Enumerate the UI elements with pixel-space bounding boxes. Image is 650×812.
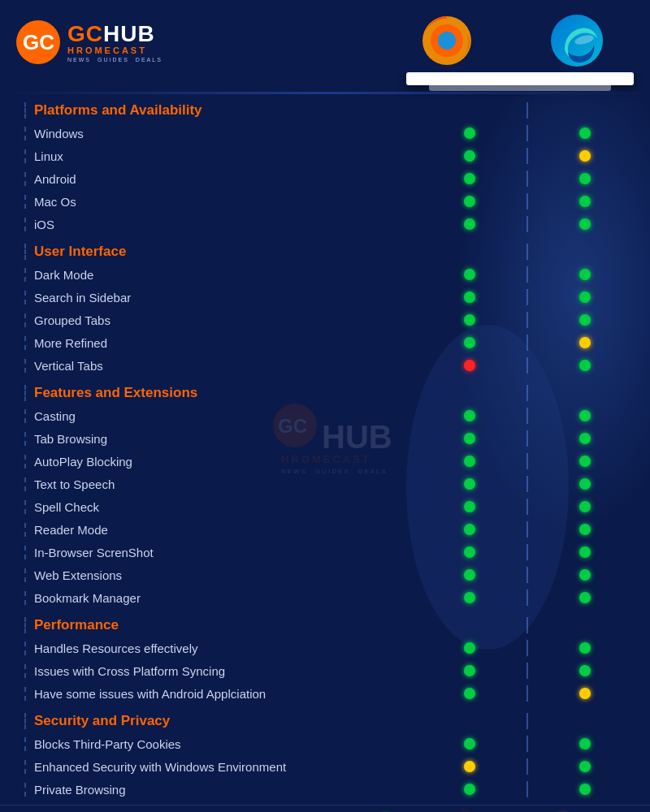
row-android: Android bbox=[0, 167, 650, 190]
dot-edge-tab-browsing bbox=[579, 433, 591, 444]
col-divider-features bbox=[526, 385, 528, 401]
dot-ff-reader-mode bbox=[464, 524, 475, 535]
category-ui: User Interface bbox=[0, 235, 650, 263]
label-grouped-tabs: Grouped Tabs bbox=[24, 313, 421, 327]
label-tab-browsing: Tab Browsing bbox=[24, 432, 421, 446]
logo-sub-deals: DEALS bbox=[136, 57, 162, 63]
dot-ff-linux bbox=[464, 150, 475, 162]
dot-ff-private-browsing bbox=[464, 784, 475, 795]
row-vertical-tabs: Vertical Tabs bbox=[0, 354, 650, 377]
dot-ff-screenshot bbox=[464, 546, 475, 558]
edge-ios bbox=[536, 218, 634, 230]
divider-grouped-tabs bbox=[526, 312, 528, 328]
dot-edge-android bbox=[579, 173, 591, 184]
ff-screenshot bbox=[421, 546, 518, 558]
ff-bookmark bbox=[421, 592, 518, 603]
label-reader-mode: Reader Mode bbox=[24, 523, 421, 537]
row-android-issues: Have some issues with Android Applciatio… bbox=[0, 682, 650, 705]
ff-ios bbox=[421, 218, 518, 230]
dot-edge-enhanced-security bbox=[579, 761, 591, 772]
logo-main-text: GCHUB bbox=[67, 23, 162, 45]
edge-icon bbox=[548, 12, 605, 69]
dot-edge-more-refined bbox=[579, 337, 591, 348]
dot-ff-ios bbox=[464, 218, 475, 230]
ff-darkmode bbox=[421, 269, 518, 280]
dot-edge-vertical-tabs bbox=[579, 360, 591, 371]
edge-android bbox=[536, 173, 634, 184]
ff-enhanced-security bbox=[421, 761, 518, 772]
dot-ff-android-issues bbox=[464, 688, 475, 699]
row-screenshot: In-Browser ScrenShot bbox=[0, 541, 650, 564]
label-android-issues: Have some issues with Android Applciatio… bbox=[24, 687, 421, 701]
dot-ff-tts bbox=[464, 478, 475, 490]
row-macos: Mac Os bbox=[0, 190, 650, 213]
label-bookmark: Bookmark Manager bbox=[24, 591, 421, 605]
edge-cross-platform bbox=[536, 665, 634, 676]
dot-edge-cross-platform bbox=[579, 665, 591, 676]
divider-screenshot bbox=[526, 544, 528, 560]
label-cookies: Blocks Third-Party Cookies bbox=[24, 737, 421, 751]
dot-edge-web-ext bbox=[579, 569, 591, 581]
dot-ff-darkmode bbox=[464, 269, 475, 280]
dot-edge-handles-resources bbox=[579, 642, 591, 654]
category-platforms-label: Platforms and Availability bbox=[24, 102, 421, 119]
edge-col bbox=[528, 12, 626, 72]
label-search-sidebar: Search in Sidebar bbox=[24, 291, 421, 304]
platform-bar-container bbox=[0, 72, 650, 85]
divider-more-refined bbox=[526, 335, 528, 351]
dot-ff-windows bbox=[464, 127, 475, 139]
dot-edge-windows bbox=[579, 127, 591, 139]
comparison-table: Platforms and Availability Windows Linux… bbox=[0, 94, 650, 801]
divider-tts bbox=[526, 476, 528, 492]
dot-ff-bookmark bbox=[464, 592, 475, 603]
label-autoplay: AutoPlay Blocking bbox=[24, 455, 421, 469]
label-handles-resources: Handles Resources effectively bbox=[24, 641, 421, 655]
label-cross-platform: Issues with Cross Platform Syncing bbox=[24, 664, 421, 678]
category-ui-label: User Interface bbox=[24, 244, 421, 260]
edge-autoplay bbox=[536, 456, 634, 467]
divider-spellcheck bbox=[526, 499, 528, 515]
label-vertical-tabs: Vertical Tabs bbox=[24, 359, 421, 373]
ff-android bbox=[421, 173, 518, 184]
ff-grouped-tabs bbox=[421, 314, 518, 326]
dot-edge-casting bbox=[579, 410, 591, 421]
divider-windows bbox=[526, 125, 528, 141]
row-ios: iOS bbox=[0, 213, 650, 235]
edge-casting bbox=[536, 410, 634, 421]
edge-linux bbox=[536, 150, 634, 162]
edge-spellcheck bbox=[536, 501, 634, 512]
dot-edge-screenshot bbox=[579, 546, 591, 558]
divider-bookmark bbox=[526, 590, 528, 606]
divider-android-issues bbox=[526, 685, 528, 702]
row-more-refined: More Refined bbox=[0, 331, 650, 354]
dot-edge-android-issues bbox=[579, 688, 591, 699]
dot-edge-cookies bbox=[579, 738, 591, 749]
row-bookmark: Bookmark Manager bbox=[0, 586, 650, 609]
row-darkmode: Dark Mode bbox=[0, 263, 650, 286]
category-security: Security and Privacy bbox=[0, 705, 650, 732]
ff-cookies bbox=[421, 738, 518, 749]
category-security-label: Security and Privacy bbox=[24, 713, 421, 729]
logo-chromecast: HROMECAST bbox=[67, 45, 162, 55]
dot-edge-bookmark bbox=[579, 592, 591, 603]
logo-hub: HUB bbox=[103, 21, 155, 46]
ff-handles-resources bbox=[421, 642, 518, 654]
logo-sub: NEWS GUIDES DEALS bbox=[67, 57, 162, 63]
dot-edge-linux bbox=[579, 150, 591, 162]
browser-icons-header bbox=[398, 12, 626, 72]
category-performance: Performance bbox=[0, 609, 650, 637]
dot-ff-handles-resources bbox=[464, 642, 475, 654]
dot-edge-tts bbox=[579, 478, 591, 490]
dot-ff-casting bbox=[464, 410, 475, 421]
divider-ios bbox=[526, 216, 528, 232]
divider-darkmode bbox=[526, 266, 528, 283]
dot-ff-web-ext bbox=[464, 569, 475, 581]
edge-android-issues bbox=[536, 688, 634, 699]
logo-sub-news: NEWS bbox=[67, 57, 91, 63]
divider-search-sidebar bbox=[526, 289, 528, 305]
divider-cross-platform bbox=[526, 663, 528, 679]
dot-edge-reader-mode bbox=[579, 524, 591, 535]
ff-web-ext bbox=[421, 569, 518, 581]
svg-point-4 bbox=[438, 32, 456, 50]
divider-handles-resources bbox=[526, 640, 528, 656]
